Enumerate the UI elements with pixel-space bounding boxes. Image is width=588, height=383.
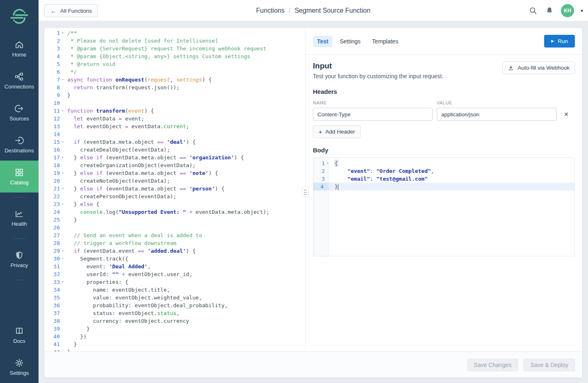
autofill-via-webhook-button[interactable]: Auto-fill via Webhook <box>502 61 575 74</box>
sidebar-item-connections[interactable]: Connections <box>0 65 39 97</box>
sidebar-item-settings[interactable]: Settings <box>0 351 39 383</box>
search-icon[interactable] <box>528 6 538 16</box>
fold-spacer <box>60 263 66 270</box>
save-changes-button[interactable]: Save Changes <box>467 358 519 372</box>
fold-toggle-icon[interactable]: ▾ <box>60 76 66 84</box>
code-line-1[interactable]: 1▾/** <box>44 29 305 37</box>
tab-templates[interactable]: Templates <box>368 36 402 47</box>
fold-toggle-icon[interactable]: ▾ <box>60 255 66 263</box>
code-line-33[interactable]: 33▾ properties: { <box>44 278 305 286</box>
breadcrumb-functions[interactable]: Functions <box>256 7 285 14</box>
sidebar-item-privacy[interactable]: Privacy <box>0 243 39 275</box>
code-line-36[interactable]: 36 probability: eventObject.deal_probabi… <box>44 301 305 309</box>
line-gutter: 10 <box>44 99 67 107</box>
code-line-31[interactable]: 31 event: 'Deal Added', <box>44 263 305 270</box>
code-line-10[interactable]: 10 <box>44 99 305 107</box>
destinations-icon <box>14 136 24 145</box>
fold-toggle-icon[interactable]: ▾ <box>60 200 66 208</box>
sidebar-item-docs[interactable]: Docs <box>0 319 39 351</box>
code-line-6[interactable]: 6 */ <box>44 68 305 76</box>
code-line-40[interactable]: 40 }) <box>44 333 305 340</box>
fold-toggle-icon[interactable]: ▾ <box>60 29 66 37</box>
header-value-input[interactable] <box>437 108 556 121</box>
sidebar-item-home[interactable]: Home <box>0 33 39 65</box>
fold-spacer <box>60 52 66 60</box>
code-line-32[interactable]: 32 userId: "" + eventObject.user_id, <box>44 270 305 278</box>
code-line-38[interactable]: 38 currency: eventObject.currency <box>44 317 305 325</box>
code-line-17[interactable]: 17▾ } else if (eventData.meta.object == … <box>44 154 305 161</box>
code-line-18[interactable]: 18 createOrganizationObject(eventData); <box>44 161 305 169</box>
source-code-editor[interactable]: 1▾/**2 * Please do not delete [used for … <box>44 28 305 351</box>
code-line-35[interactable]: 35 value: eventObject.weighted_value, <box>44 294 305 301</box>
code-line-27[interactable]: 27 // Send an event when a deal is added… <box>44 231 305 239</box>
body-json-editor[interactable]: 1▾{2 "event": "Order Completed",3 "email… <box>313 157 575 256</box>
code-line-34[interactable]: 34 name: eventObject.title, <box>44 286 305 294</box>
sidebar-item-destinations[interactable]: Destinations <box>0 129 39 161</box>
code-line-21[interactable]: 21▾ } else if (eventData.meta.object == … <box>44 185 305 193</box>
fold-toggle-icon[interactable]: ▾ <box>60 107 66 115</box>
remove-header-icon[interactable]: ✕ <box>564 111 569 117</box>
line-gutter: 26 <box>44 224 67 231</box>
code-line-8[interactable]: 8 return transform(request.json()); <box>44 84 305 91</box>
line-number: 8 <box>44 84 60 91</box>
fold-toggle-icon[interactable]: ▾ <box>60 278 66 286</box>
all-functions-button[interactable]: ← All Functions <box>44 4 98 17</box>
save-deploy-button[interactable]: Save & Deploy <box>523 358 575 372</box>
tab-settings[interactable]: Settings <box>336 36 365 47</box>
code-line-2[interactable]: 2 "event": "Order Completed", <box>313 167 574 175</box>
fold-toggle-icon[interactable]: ▾ <box>60 154 66 161</box>
code-line-20[interactable]: 20 createNoteObject(eventData); <box>44 177 305 185</box>
code-line-30[interactable]: 30▾ Segment.track({ <box>44 255 305 263</box>
fold-toggle-icon[interactable]: ▾ <box>60 169 66 177</box>
code-line-3[interactable]: 3 "email": "test@gmail.com" <box>313 175 574 183</box>
code-line-9[interactable]: 9} <box>44 91 305 99</box>
sidebar-item-health[interactable]: Health <box>0 202 39 234</box>
code-line-24[interactable]: 24 console.log("Unsupported Event: " + e… <box>44 208 305 216</box>
code-line-11[interactable]: 11▾function transform(event) { <box>44 107 305 115</box>
code-line-28[interactable]: 28 // trigger a workflow downstream <box>44 239 305 247</box>
run-button[interactable]: ▶ Run <box>544 35 575 48</box>
segment-logo-icon[interactable] <box>0 0 39 33</box>
fold-toggle-icon[interactable]: ▾ <box>325 159 330 167</box>
code-line-29[interactable]: 29▾ if (eventData.event == 'added.deal')… <box>44 247 305 255</box>
back-button-label: All Functions <box>60 8 92 14</box>
code-line-7[interactable]: 7▾async function onRequest(request, sett… <box>44 76 305 84</box>
avatar[interactable]: KH <box>561 4 574 17</box>
sidebar-item-sources[interactable]: Sources <box>0 97 39 129</box>
code-line-4[interactable]: 4} <box>313 183 574 190</box>
fold-toggle-icon[interactable]: ▾ <box>60 247 66 255</box>
code-line-16[interactable]: 16 createDealObject(eventData); <box>44 146 305 154</box>
code-line-13[interactable]: 13 let eventObject = eventData.current; <box>44 122 305 130</box>
code-line-42[interactable]: 42} <box>44 348 305 351</box>
code-line-22[interactable]: 22 createPersonObject(eventData); <box>44 193 305 200</box>
fold-toggle-icon[interactable]: ▾ <box>60 138 66 146</box>
code-line-2[interactable]: 2 * Please do not delete [used for Intel… <box>44 37 305 45</box>
code-line-41[interactable]: 41 } <box>44 340 305 348</box>
code-line-15[interactable]: 15▾ if (eventData.meta.object == 'deal')… <box>44 138 305 146</box>
header-name-input[interactable] <box>313 108 433 121</box>
tab-test[interactable]: Test <box>313 36 333 47</box>
code-line-26[interactable]: 26 <box>44 224 305 231</box>
sidebar-nav: HomeConnectionsSourcesDestinationsCatalo… <box>0 33 39 383</box>
sidebar-item-catalog[interactable]: Catalog <box>0 161 39 193</box>
code-line-37[interactable]: 37 status: eventObject.status, <box>44 309 305 317</box>
code-text: * @param {Object.<string, any>} settings… <box>67 52 250 60</box>
sidebar-divider <box>13 280 25 280</box>
notifications-bell-icon[interactable] <box>545 6 554 16</box>
add-header-button[interactable]: + Add Header <box>313 125 361 138</box>
code-line-4[interactable]: 4 * @param {Object.<string, any>} settin… <box>44 52 305 60</box>
code-line-1[interactable]: 1▾{ <box>313 159 574 167</box>
code-line-23[interactable]: 23▾ } else { <box>44 200 305 208</box>
chevron-down-icon[interactable]: ▾ <box>581 8 583 13</box>
code-line-5[interactable]: 5 * @return void <box>44 60 305 68</box>
code-text: async function onRequest(request, settin… <box>67 76 212 84</box>
fold-spacer <box>60 348 66 351</box>
code-line-19[interactable]: 19▾ } else if (eventData.meta.object == … <box>44 169 305 177</box>
code-text: createPersonObject(eventData); <box>67 193 176 200</box>
fold-toggle-icon[interactable]: ▾ <box>60 185 66 193</box>
code-line-12[interactable]: 12 let eventData = event; <box>44 115 305 122</box>
code-line-3[interactable]: 3 * @param {ServerRequest} request The i… <box>44 45 305 52</box>
code-line-25[interactable]: 25 } <box>44 216 305 224</box>
code-line-14[interactable]: 14 <box>44 130 305 138</box>
code-line-39[interactable]: 39 } <box>44 325 305 333</box>
